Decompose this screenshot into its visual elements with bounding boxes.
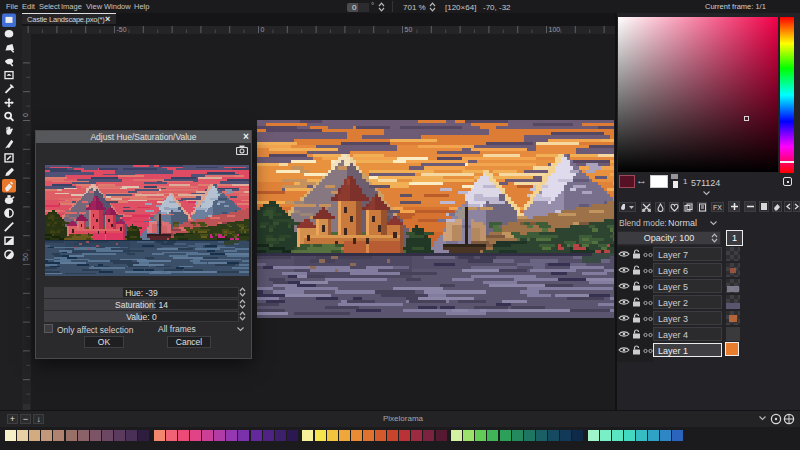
svg-text:0: 0 bbox=[22, 113, 29, 117]
svg-text:100: 100 bbox=[549, 26, 561, 33]
svg-text:-50: -50 bbox=[117, 26, 127, 33]
svg-text:50: 50 bbox=[22, 253, 29, 261]
svg-text:0: 0 bbox=[261, 26, 265, 33]
svg-text:50: 50 bbox=[405, 26, 413, 33]
